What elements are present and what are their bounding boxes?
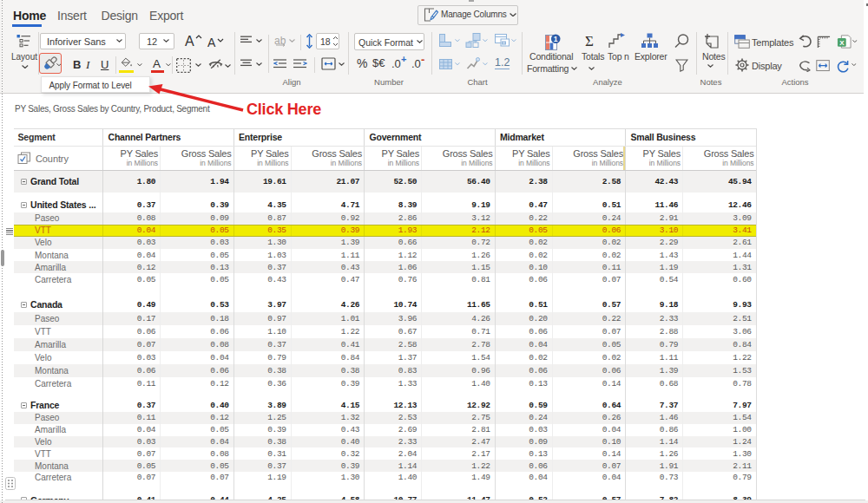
svg-text:X: X [839, 39, 845, 47]
svg-text:1: 1 [554, 35, 558, 43]
